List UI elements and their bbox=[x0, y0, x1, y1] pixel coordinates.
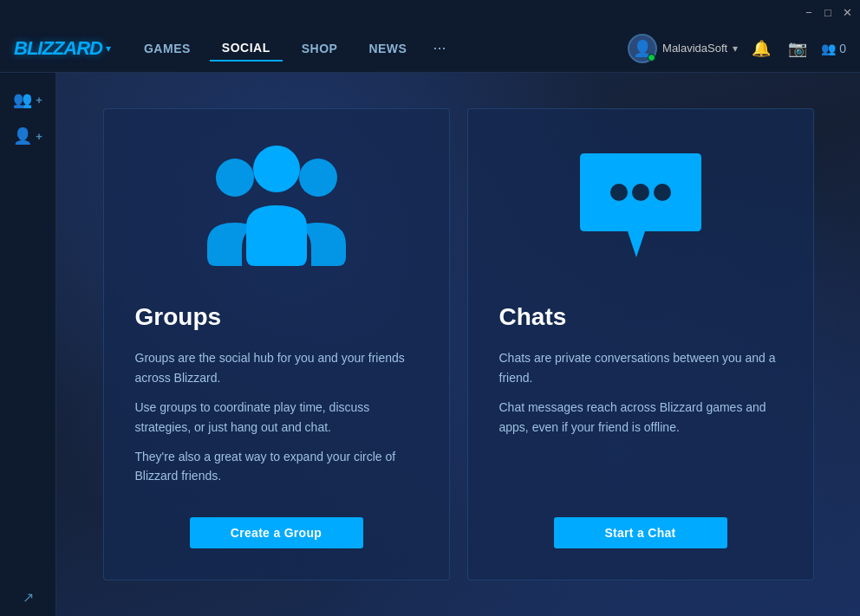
camera-button[interactable]: 📷 bbox=[785, 36, 811, 62]
friends-icon: 👥 bbox=[821, 42, 836, 55]
notifications-button[interactable]: 🔔 bbox=[748, 36, 774, 62]
avatar-circle: 👤 bbox=[628, 34, 657, 63]
groups-desc-3: They're also a great way to expand your … bbox=[135, 447, 418, 486]
online-status-dot bbox=[648, 54, 655, 62]
friends-button[interactable]: 👥 0 bbox=[821, 42, 846, 55]
window-controls: − □ ✕ bbox=[803, 6, 853, 18]
groups-title: Groups bbox=[135, 303, 222, 331]
nav-items: GAMES SOCIAL SHOP NEWS ··· bbox=[132, 34, 628, 62]
sidebar-add-group-button[interactable]: 👥 + bbox=[8, 87, 48, 113]
logo-caret-icon: ▾ bbox=[106, 42, 111, 55]
sidebar: 👥 + 👤 + ↗ bbox=[0, 73, 56, 616]
cards-container: Groups Groups are the social hub for you… bbox=[103, 108, 814, 580]
svg-point-0 bbox=[216, 159, 254, 197]
title-bar: − □ ✕ bbox=[0, 0, 860, 24]
groups-card: Groups Groups are the social hub for you… bbox=[103, 108, 450, 580]
username-caret-icon: ▾ bbox=[733, 42, 738, 55]
friends-count: 0 bbox=[839, 42, 846, 55]
nav-social[interactable]: SOCIAL bbox=[210, 36, 283, 62]
sidebar-bottom: ↗ bbox=[23, 589, 34, 606]
chats-icon-area bbox=[499, 140, 782, 279]
main-layout: 👥 + 👤 + ↗ bbox=[0, 73, 860, 616]
username-label: MalavidaSoft bbox=[662, 42, 727, 55]
group-icon: 👥 bbox=[13, 90, 32, 109]
nav-shop[interactable]: SHOP bbox=[290, 36, 350, 61]
minimize-button[interactable]: − bbox=[803, 6, 815, 18]
groups-icon-area bbox=[135, 140, 418, 279]
nav-bar: BLIZZARD ▾ GAMES SOCIAL SHOP NEWS ··· 👤 … bbox=[0, 24, 860, 73]
svg-point-5 bbox=[654, 184, 671, 201]
logo[interactable]: BLIZZARD ▾ bbox=[14, 37, 111, 60]
nav-right: 👤 MalavidaSoft ▾ 🔔 📷 👥 0 bbox=[628, 34, 846, 63]
user-avatar[interactable]: 👤 MalavidaSoft ▾ bbox=[628, 34, 738, 63]
chats-desc-2: Chat messages reach across Blizzard game… bbox=[499, 398, 782, 437]
chats-desc-1: Chats are private conversations between … bbox=[499, 348, 782, 387]
sidebar-add-friend-button[interactable]: 👤 + bbox=[8, 123, 48, 149]
add-friend-plus-icon: + bbox=[36, 130, 42, 143]
groups-illustration bbox=[199, 145, 355, 275]
chats-title: Chats bbox=[499, 303, 567, 331]
groups-desc-1: Groups are the social hub for you and yo… bbox=[135, 348, 418, 387]
start-chat-button[interactable]: Start a Chat bbox=[554, 517, 727, 548]
chats-card: Chats Chats are private conversations be… bbox=[467, 108, 814, 580]
svg-point-1 bbox=[299, 159, 337, 197]
close-button[interactable]: ✕ bbox=[841, 6, 853, 18]
add-group-plus-icon: + bbox=[36, 94, 42, 107]
create-group-button[interactable]: Create a Group bbox=[190, 517, 363, 548]
sidebar-arrow-icon[interactable]: ↗ bbox=[23, 590, 34, 605]
svg-point-3 bbox=[610, 184, 628, 201]
nav-news[interactable]: NEWS bbox=[356, 36, 419, 61]
nav-games[interactable]: GAMES bbox=[132, 36, 203, 61]
svg-point-4 bbox=[632, 184, 649, 201]
svg-point-2 bbox=[253, 146, 300, 192]
maximize-button[interactable]: □ bbox=[822, 6, 834, 18]
friend-icon: 👤 bbox=[13, 126, 32, 146]
nav-more-button[interactable]: ··· bbox=[426, 34, 453, 62]
logo-text: BLIZZARD bbox=[14, 37, 102, 60]
groups-desc-2: Use groups to coordinate play time, disc… bbox=[135, 398, 418, 437]
chats-illustration bbox=[571, 145, 710, 275]
content-area: Groups Groups are the social hub for you… bbox=[56, 73, 860, 616]
